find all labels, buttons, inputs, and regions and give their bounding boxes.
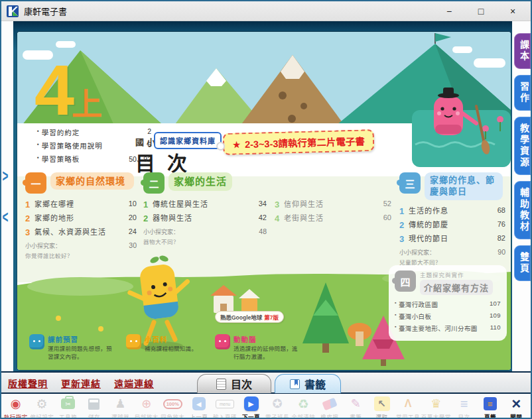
next-page-chevron[interactable]: >	[2, 166, 8, 186]
toolbar-partial-zoom[interactable]: ⊕局部放大	[133, 394, 159, 419]
toolbar-goto-page[interactable]: menu輸入頁碼	[212, 394, 237, 419]
gear-icon: ⚙	[36, 396, 48, 412]
toc-entry[interactable]: 2器物與生活42	[143, 213, 267, 223]
unit-3: 三 家鄉的作息、節慶與節日 1生活的作息68 2傳統的節慶76 3現代的節日82…	[399, 172, 505, 266]
legend: 課前預習 運用課前問題先想想，預習課文內容。 小百科 補充課程相關知識。	[29, 334, 312, 361]
bookmark-chip-icon	[290, 379, 300, 389]
book-page[interactable]: 4上 國小社會 第三冊 目次 ▪ 學習的約定 2 ▪ 學習策略使用說明 6	[17, 32, 511, 370]
toolbar-eraser[interactable]: 橡皮擦	[316, 394, 342, 419]
toolbar-prev-page[interactable]: ◀上一頁	[186, 394, 212, 419]
bullet-icon: ▪	[395, 324, 397, 333]
footer-tab-bookmark[interactable]: 書籤	[275, 374, 341, 393]
grade-label: 4上	[34, 54, 102, 126]
tab-textbook[interactable]: 課本	[514, 33, 531, 69]
toc-entry[interactable]: ▪臺灣主要地形、河川分布圖110	[395, 324, 501, 333]
legend-encyclopedia: 小百科 補充課程相關知識。	[126, 334, 206, 361]
toolbar-select[interactable]: ↖選取	[369, 394, 395, 419]
tab-workbook[interactable]: 習作	[514, 75, 531, 111]
window-title: 康軒電子書	[24, 5, 67, 17]
unit-1-puzzle-icon: 一	[25, 172, 46, 194]
toolbar-e-class-leader[interactable]: ✪電子班長	[264, 394, 290, 419]
hometown-database-button[interactable]: 認識家鄉資料庫	[154, 132, 222, 149]
toolbar-assign[interactable]: ◉執行指定	[3, 394, 29, 419]
copyright-link[interactable]: 版權聲明	[8, 377, 48, 390]
update-link[interactable]: 更新連結	[61, 377, 101, 390]
front-matter-row[interactable]: ▪ 學習的約定 2	[37, 127, 151, 137]
hundred-percent-icon: 100%	[163, 399, 182, 409]
unit-3-title: 家鄉的作息、節慶與節日	[425, 172, 503, 200]
toolbar-page-tab[interactable]: ≡頁籤	[477, 394, 503, 419]
bottom-toolbar: ◉執行指定 ⚙偏好設定 ✂工具箱 儲存 ♟選號器 ⊕局部放大 100%四角放大 …	[1, 392, 531, 419]
tab-double-page[interactable]: 雙頁	[514, 245, 531, 281]
toc-entry[interactable]: ▪臺灣小白板109	[395, 312, 501, 321]
toc-entry[interactable]: 3信仰與生活52	[275, 200, 391, 210]
unit-2: 二 家鄉的生活 1傳統住屋與生活34 2器物與生活42 小小探究家：48	[143, 172, 398, 245]
toolbar-clear-all[interactable]: ♻全部清除	[291, 394, 316, 419]
dart-icon: ◉	[11, 396, 21, 412]
trophy-icon: ♛	[431, 396, 441, 412]
remote-link[interactable]: 遠端連線	[114, 377, 154, 390]
toc-entry[interactable]: 1傳統住屋與生活34	[143, 200, 267, 210]
bullet-icon: ▪	[37, 128, 39, 134]
toolbar-brush[interactable]: ✎畫筆	[342, 394, 368, 419]
close-x-icon: ×	[511, 396, 521, 412]
footer-tab-toc[interactable]: 目次	[197, 374, 271, 393]
toolbar-toc[interactable]: ≡目次	[451, 394, 477, 419]
prev-page-chevron[interactable]: <	[2, 208, 8, 227]
compass-icon: Λ	[405, 396, 412, 412]
toolbar-common-tools[interactable]: Λ常用工具	[395, 394, 421, 419]
next-arrow-icon: ▶	[244, 396, 259, 411]
bullet-icon: ▪	[37, 141, 39, 147]
prev-arrow-icon: ◀	[192, 397, 206, 410]
toc-entry[interactable]: 3氣候、水資源與生活24	[25, 227, 137, 237]
bullet-icon: ▪	[37, 154, 39, 160]
cursor-icon: ↖	[374, 396, 390, 411]
maximize-button[interactable]: □	[474, 4, 488, 19]
preview-mascot-icon	[29, 334, 44, 349]
explorer-entry[interactable]: 小小探究家：90 兒童節大不同？	[399, 248, 505, 266]
toolbar-corner-zoom[interactable]: 100%四角放大	[160, 394, 186, 419]
toolbar-close[interactable]: ×關閉	[503, 394, 529, 419]
page-area: 4上 國小社會 第三冊 目次 ▪ 學習的約定 2 ▪ 學習策略使用說明 6	[13, 21, 512, 371]
toc-entry[interactable]: 3現代的節日82	[399, 234, 505, 244]
toc-chip-icon	[216, 379, 226, 390]
brush-icon: ✎	[351, 396, 361, 412]
toolbar-next-page[interactable]: ▶下一頁	[238, 394, 264, 419]
menu-box-icon: menu	[216, 400, 234, 408]
left-nav-strip: > <	[1, 21, 13, 371]
toolbar-preferences[interactable]: ⚙偏好設定	[29, 394, 54, 419]
toc-entry[interactable]: 1生活的作息68	[399, 206, 505, 216]
brainstorm-mascot-icon	[215, 334, 230, 349]
explorer-entry[interactable]: 小小探究家：48 器物大不同？	[143, 227, 267, 245]
tab-teaching-resources[interactable]: 教學資源	[514, 117, 531, 175]
tab-auxiliary-materials[interactable]: 輔助教材	[514, 181, 531, 239]
unit-4-kicker: 主題探究與實作	[420, 270, 493, 278]
unit-3-puzzle-icon: 三	[399, 172, 421, 194]
toolbar-save[interactable]: 儲存	[81, 394, 107, 419]
toc-entry[interactable]: 2家鄉的地形20	[25, 213, 137, 223]
floppy-disk-icon	[88, 398, 100, 410]
explorer-entry[interactable]: 小小探究家：30 你覺得誰比較好？	[25, 241, 137, 259]
toc-entry[interactable]: 1家鄉在哪裡10	[25, 200, 137, 210]
toolbar-quiz-hall[interactable]: ♛百萬大學堂	[421, 394, 451, 419]
front-matter-row[interactable]: ▪ 學習策略使用說明 6	[37, 141, 151, 150]
unit-1: 一 家鄉的自然環境 1家鄉在哪裡10 2家鄉的地形20 3氣候、水資源與生活24…	[25, 172, 137, 259]
eraser-icon	[322, 397, 337, 410]
unit-4: 四 主題探究與實作 介紹家鄉有方法 ▪臺灣行政區圖107 ▪臺灣小白板109 ▪…	[389, 265, 507, 341]
encyclopedia-mascot-icon	[126, 334, 141, 349]
toolbox-icon: ✂	[61, 398, 75, 409]
title-bar: 康軒電子書 − □ ×	[1, 1, 531, 21]
toolbar-toolbox[interactable]: ✂工具箱	[55, 394, 81, 419]
right-tab-strip: 課本 習作 教學資源 輔助教材 雙頁	[512, 21, 531, 371]
minimize-button[interactable]: −	[442, 4, 456, 19]
toolbar-number-picker[interactable]: ♟選號器	[107, 394, 133, 419]
close-button[interactable]: ×	[505, 4, 520, 19]
toc-entry[interactable]: ▪臺灣行政區圖107	[395, 300, 501, 309]
toc-entry[interactable]: 4老街與生活60	[275, 213, 391, 223]
grade-suffix: 上	[72, 87, 102, 121]
list-icon: ≡	[460, 396, 468, 412]
units-section: 一 家鄉的自然環境 1家鄉在哪裡10 2家鄉的地形20 3氣候、水資源與生活24…	[17, 172, 511, 272]
front-matter-row[interactable]: ▪ 學習策略板 50、92	[37, 154, 151, 164]
toc-entry[interactable]: 2傳統的節慶76	[399, 220, 505, 230]
unit-1-title: 家鄉的自然環境	[50, 172, 134, 190]
